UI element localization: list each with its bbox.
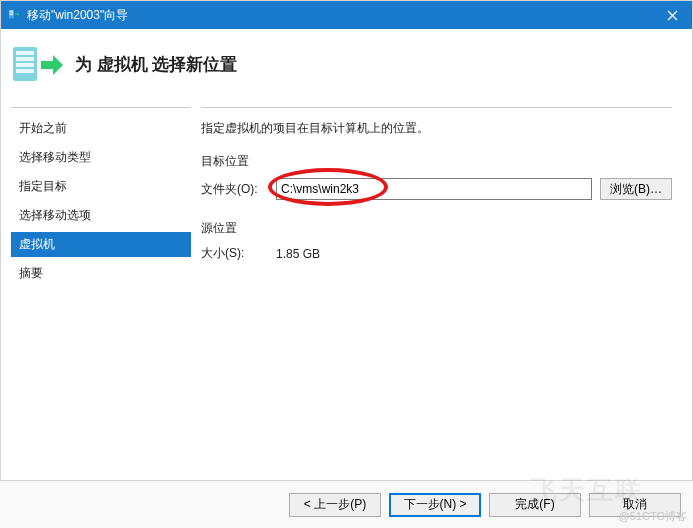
folder-label: 文件夹(O):: [201, 181, 276, 198]
title-bar: 移动"win2003"向导: [1, 1, 692, 29]
svg-rect-7: [16, 51, 34, 55]
svg-rect-8: [16, 57, 34, 61]
wizard-body: 开始之前 选择移动类型 指定目标 选择移动选项 虚拟机 摘要 指定虚拟机的项目在…: [1, 99, 692, 479]
svg-rect-2: [10, 12, 14, 13]
svg-rect-10: [16, 69, 34, 73]
folder-row: 文件夹(O): 浏览(B)…: [201, 178, 672, 200]
wizard-header: 为 虚拟机 选择新位置: [1, 29, 692, 99]
folder-input[interactable]: [276, 178, 592, 200]
svg-rect-9: [16, 63, 34, 67]
step-label: 摘要: [19, 266, 43, 280]
wizard-steps-sidebar: 开始之前 选择移动类型 指定目标 选择移动选项 虚拟机 摘要: [1, 99, 191, 479]
step-label: 选择移动类型: [19, 150, 91, 164]
wizard-content: 指定虚拟机的项目在目标计算机上的位置。 目标位置 文件夹(O): 浏览(B)… …: [191, 99, 692, 479]
browse-button[interactable]: 浏览(B)…: [600, 178, 672, 200]
finish-button[interactable]: 完成(F): [489, 493, 581, 517]
window-close-button[interactable]: [652, 1, 692, 29]
step-choose-move-type[interactable]: 选择移动类型: [11, 145, 191, 170]
source-section-title: 源位置: [201, 220, 672, 237]
step-summary[interactable]: 摘要: [11, 261, 191, 286]
destination-section-title: 目标位置: [201, 153, 672, 170]
step-label: 开始之前: [19, 121, 67, 135]
instruction-text: 指定虚拟机的项目在目标计算机上的位置。: [201, 120, 672, 137]
size-row: 大小(S): 1.85 GB: [201, 245, 672, 262]
svg-rect-3: [10, 14, 14, 15]
close-icon: [667, 10, 678, 21]
cancel-button[interactable]: 取消: [589, 493, 681, 517]
app-icon: [7, 8, 21, 22]
divider: [11, 107, 191, 108]
wizard-footer: < 上一步(P) 下一步(N) > 完成(F) 取消: [0, 480, 693, 528]
step-label: 虚拟机: [19, 237, 55, 251]
step-before-begin[interactable]: 开始之前: [11, 116, 191, 141]
size-label: 大小(S):: [201, 245, 276, 262]
step-label: 指定目标: [19, 179, 67, 193]
next-button[interactable]: 下一步(N) >: [389, 493, 481, 517]
step-label: 选择移动选项: [19, 208, 91, 222]
step-choose-move-options[interactable]: 选择移动选项: [11, 203, 191, 228]
divider: [201, 107, 672, 108]
step-virtual-machine[interactable]: 虚拟机: [11, 232, 191, 257]
step-specify-target[interactable]: 指定目标: [11, 174, 191, 199]
wizard-server-icon: [11, 41, 63, 87]
size-value: 1.85 GB: [276, 247, 320, 261]
page-title: 为 虚拟机 选择新位置: [75, 53, 237, 76]
window-title: 移动"win2003"向导: [27, 7, 652, 24]
svg-rect-1: [10, 11, 14, 12]
previous-button[interactable]: < 上一步(P): [289, 493, 381, 517]
